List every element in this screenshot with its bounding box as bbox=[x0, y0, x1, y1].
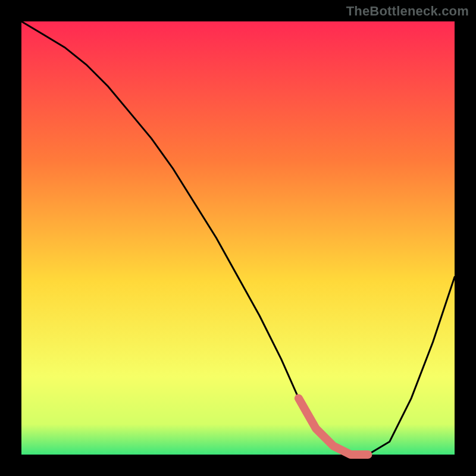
chart-svg bbox=[0, 0, 476, 476]
chart-container: TheBottleneck.com bbox=[0, 0, 476, 476]
plot-area bbox=[21, 21, 455, 455]
watermark-text: TheBottleneck.com bbox=[346, 4, 469, 19]
